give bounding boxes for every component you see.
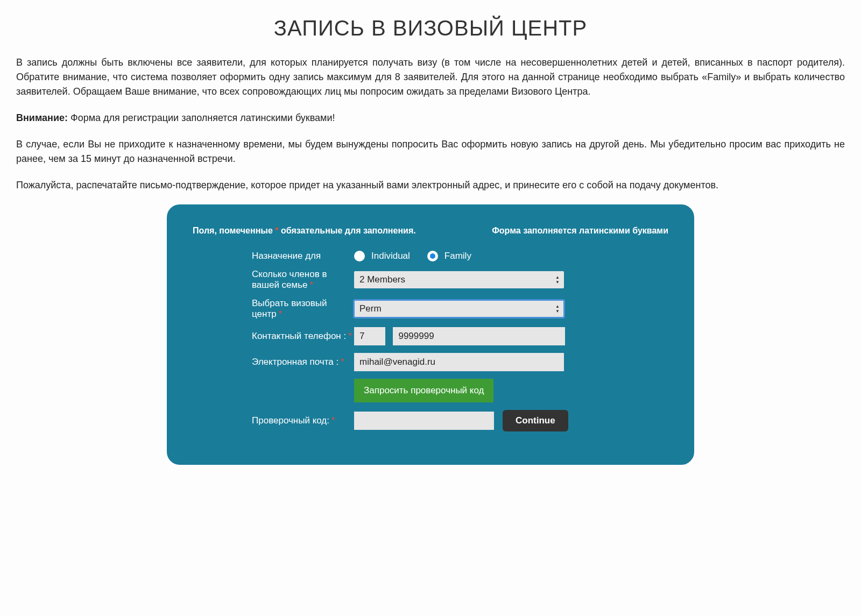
label-family-members: Сколько членов в вашей семье* bbox=[193, 269, 354, 291]
required-note-pre: Поля, помеченные bbox=[193, 226, 275, 235]
required-marker: * bbox=[348, 331, 352, 341]
intro-paragraph-1: В запись должны быть включены все заявит… bbox=[16, 55, 845, 99]
label-family-members-text: Сколько членов в вашей семье bbox=[252, 269, 327, 290]
label-phone-text: Контактный телефон : bbox=[252, 331, 346, 341]
attention-text: Форма для регистрации заполняется латинс… bbox=[68, 112, 335, 123]
radio-family-label[interactable]: Family bbox=[444, 251, 471, 261]
form-header: Поля, помеченные * обязательные для запо… bbox=[193, 226, 668, 236]
radio-family[interactable] bbox=[427, 251, 438, 261]
page-title: ЗАПИСЬ В ВИЗОВЫЙ ЦЕНТР bbox=[16, 16, 845, 40]
row-phone: Контактный телефон :* bbox=[193, 327, 668, 345]
continue-button[interactable]: Continue bbox=[503, 410, 568, 431]
chevron-updown-icon: ▲▼ bbox=[555, 275, 560, 285]
required-marker: * bbox=[310, 280, 314, 290]
label-phone: Контактный телефон :* bbox=[193, 331, 354, 342]
intro-paragraph-4: Пожалуйста, распечатайте письмо-подтверж… bbox=[16, 178, 845, 193]
intro-paragraph-2: Внимание: Форма для регистрации заполняе… bbox=[16, 111, 845, 125]
email-input[interactable] bbox=[354, 353, 564, 371]
required-marker: * bbox=[331, 415, 335, 426]
chevron-updown-icon: ▲▼ bbox=[555, 304, 560, 314]
label-email-text: Электронная почта : bbox=[252, 357, 338, 367]
required-note: Поля, помеченные * обязательные для запо… bbox=[193, 226, 416, 236]
row-verify-code: Проверочный код:* Continue bbox=[193, 410, 668, 431]
phone-number-input[interactable] bbox=[393, 327, 565, 345]
row-family-members: Сколько членов в вашей семье* 2 Members … bbox=[193, 269, 668, 291]
radio-dot-icon bbox=[430, 253, 435, 259]
row-email: Электронная почта :* bbox=[193, 353, 668, 371]
latin-note: Форма заполняется латинскими буквами bbox=[492, 226, 668, 236]
visa-center-value: Perm bbox=[359, 303, 382, 314]
required-marker: * bbox=[279, 309, 283, 319]
intro-paragraph-3: В случае, если Вы не приходите к назначе… bbox=[16, 137, 845, 166]
required-note-post: обязательные для заполнения. bbox=[279, 226, 416, 235]
family-members-value: 2 Members bbox=[359, 274, 405, 285]
request-code-button[interactable]: Запросить проверочный код bbox=[354, 379, 493, 402]
intro-block: В запись должны быть включены все заявит… bbox=[16, 55, 845, 193]
radio-individual-label[interactable]: Individual bbox=[371, 251, 410, 261]
label-email: Электронная почта :* bbox=[193, 357, 354, 367]
visa-center-select[interactable]: Perm ▲▼ bbox=[354, 300, 564, 317]
radio-individual[interactable] bbox=[354, 251, 365, 261]
family-members-select[interactable]: 2 Members ▲▼ bbox=[354, 271, 564, 288]
phone-country-code-input[interactable] bbox=[354, 327, 385, 345]
row-request-code: Запросить проверочный код bbox=[193, 379, 668, 402]
row-appointment-for: Назначение для Individual Family bbox=[193, 251, 668, 261]
label-visa-center-text: Выбрать визовый центр bbox=[252, 298, 327, 319]
row-visa-center: Выбрать визовый центр* Perm ▲▼ bbox=[193, 298, 668, 320]
attention-label: Внимание: bbox=[16, 112, 68, 123]
label-visa-center: Выбрать визовый центр* bbox=[193, 298, 354, 320]
label-appointment-for: Назначение для bbox=[193, 251, 354, 261]
label-verify-code-text: Проверочный код: bbox=[252, 415, 329, 426]
label-verify-code: Проверочный код:* bbox=[193, 415, 354, 426]
verification-code-input[interactable] bbox=[354, 412, 494, 430]
required-marker: * bbox=[341, 357, 344, 367]
appointment-type-radio-group: Individual Family bbox=[354, 251, 668, 261]
appointment-form-panel: Поля, помеченные * обязательные для запо… bbox=[167, 204, 694, 465]
